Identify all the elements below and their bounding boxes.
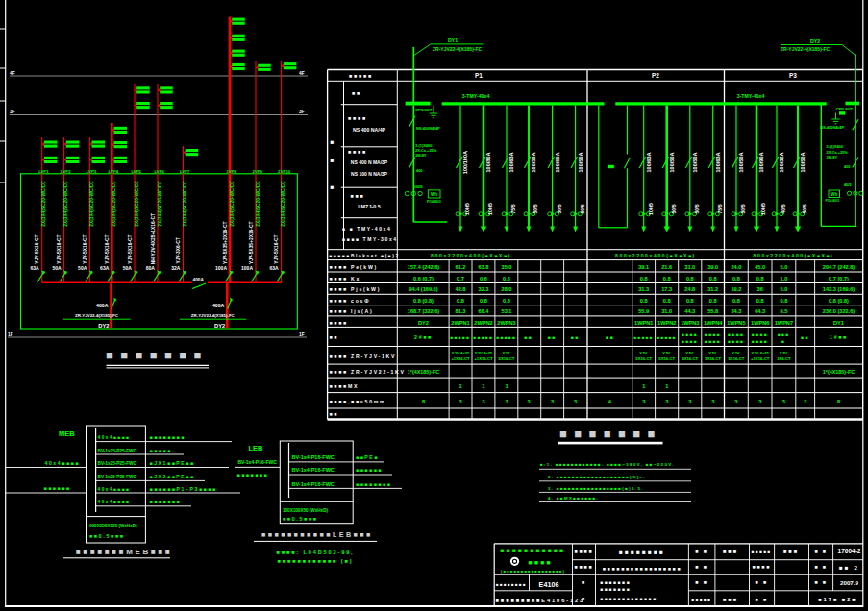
svg-text:40/5: 40/5 <box>844 183 852 187</box>
svg-text:0.6: 0.6 <box>503 276 510 281</box>
svg-text:■■■■: ■■■■ <box>705 339 721 344</box>
svg-text:■■■■■■■MEB■■■: ■■■■■■■MEB■■■ <box>76 548 172 556</box>
svg-text:BV-1x25-P25-FWC: BV-1x25-P25-FWC <box>98 461 137 466</box>
svg-text:■■■■: ■■■■ <box>330 320 348 326</box>
svg-text:8: 8 <box>837 399 840 404</box>
svg-text:50/5: 50/5 <box>740 204 746 213</box>
svg-text:DY1: DY1 <box>448 37 458 43</box>
svg-text:4: 4 <box>608 399 612 404</box>
svg-text:100/63A: 100/63A <box>508 152 514 172</box>
svg-text:100/50A: 100/50A <box>738 152 744 172</box>
svg-text:3F: 3F <box>10 110 15 114</box>
svg-text:1.0: 1.0 <box>781 276 788 281</box>
svg-text:LVP3: LVP3 <box>87 169 97 174</box>
svg-text:■■■■ Pjs(kW): ■■■■ Pjs(kW) <box>330 286 382 292</box>
svg-text:400A: 400A <box>96 303 109 308</box>
svg-text:E4106: E4106 <box>539 580 559 589</box>
svg-text:LEB: LEB <box>249 444 264 452</box>
svg-text:■■■■ cosΦ: ■■■■ cosΦ <box>330 298 371 304</box>
svg-text:YJV-5X16-CT: YJV-5X16-CT <box>105 234 110 263</box>
svg-text:31.2: 31.2 <box>707 286 718 292</box>
svg-text:0.6: 0.6 <box>480 276 487 281</box>
svg-text:31.0: 31.0 <box>661 308 672 314</box>
svg-text:5.0: 5.0 <box>781 286 788 292</box>
svg-text:100/5: 100/5 <box>760 203 766 215</box>
svg-text:■■■■■: ■■■■■ <box>691 598 711 602</box>
svg-text:■: ■ <box>582 579 586 585</box>
svg-text:YJV-5X16-CT: YJV-5X16-CT <box>35 234 39 263</box>
svg-text:LVP7: LVP7 <box>180 169 190 174</box>
svg-text:LVP1: LVP1 <box>38 169 49 174</box>
svg-text:2007.9: 2007.9 <box>840 579 858 586</box>
svg-text:40x4■■■■: 40x4■■■■ <box>98 435 131 440</box>
svg-text:■■■: ■■■ <box>723 597 738 602</box>
svg-text:2X(3X4)SC20-WC/CC: 2X(3X4)SC20-WC/CC <box>89 181 94 227</box>
svg-text:+1X16-CT: +1X16-CT <box>474 356 493 361</box>
svg-text:■■■■■■■: ■■■■■■■ <box>106 348 209 362</box>
svg-text:40/5: 40/5 <box>781 204 786 213</box>
svg-text:■ ■: ■ ■ <box>695 549 707 554</box>
svg-text:1WPN1: 1WPN1 <box>634 320 653 326</box>
svg-text:44.3: 44.3 <box>684 308 695 314</box>
svg-text:19.2: 19.2 <box>731 286 741 292</box>
svg-text:2. ■■■■■■■■■■■■■■■■■■■[C]e.: 2. ■■■■■■■■■■■■■■■■■■■[C]e. <box>548 475 646 479</box>
svg-text:DY1: DY1 <box>833 320 844 326</box>
svg-text:■■■■MX: ■■■■MX <box>330 383 360 389</box>
svg-text:YJV-5X16-CT: YJV-5X16-CT <box>274 234 279 263</box>
svg-text:63.8: 63.8 <box>479 264 489 270</box>
svg-text:DY2: DY2 <box>810 38 820 44</box>
svg-text:■■PE■: ■■PE■ <box>356 454 379 460</box>
svg-text:42.8: 42.8 <box>456 286 466 292</box>
svg-text:■■■■: ■■■■ <box>682 339 698 344</box>
svg-text:■■■■■: ■■■■■ <box>450 335 470 340</box>
svg-text:3: 3 <box>459 399 461 404</box>
svg-text:0.8: 0.8 <box>756 298 764 304</box>
svg-text:1WPN6: 1WPN6 <box>751 320 769 326</box>
svg-text:BV-1x25-P25-FWC: BV-1x25-P25-FWC <box>98 449 137 453</box>
svg-text:3: 3 <box>482 399 484 404</box>
svg-text:28.0: 28.0 <box>502 286 512 292</box>
svg-text:■ ■: ■ ■ <box>695 579 707 585</box>
svg-text:0.8: 0.8 <box>709 298 717 304</box>
svg-text:40x4■■■■: 40x4■■■■ <box>45 460 80 466</box>
svg-text:■■■: ■■■ <box>778 332 790 337</box>
svg-text:■■: ■■ <box>606 334 614 340</box>
svg-text:600X350X120 (WxHxD): 600X350X120 (WxHxD) <box>89 524 137 528</box>
svg-text:1VP8: 1VP8 <box>227 169 237 174</box>
svg-text:LVP2: LVP2 <box>61 169 71 174</box>
svg-text:100X100X50 (WxHxD): 100X100X50 (WxHxD) <box>283 508 328 513</box>
svg-text:168.7 (322.6): 168.7 (322.6) <box>408 308 439 314</box>
svg-text:2X(3X4)SC20-WC/CC: 2X(3X4)SC20-WC/CC <box>41 181 46 227</box>
svg-text:236.0 (322.6): 236.0 (322.6) <box>823 308 855 314</box>
svg-text:17604-2: 17604-2 <box>838 548 861 554</box>
svg-text:■■■■■: ■■■■■ <box>496 335 516 340</box>
svg-text:64.3: 64.3 <box>755 308 765 314</box>
svg-text:9.5: 9.5 <box>781 308 788 314</box>
svg-text:PO4-80/3: PO4-80/3 <box>825 199 839 203</box>
svg-text:100/50A: 100/50A <box>555 152 560 172</box>
svg-text:100/50A: 100/50A <box>531 152 536 172</box>
svg-text:2WPN2: 2WPN2 <box>474 320 492 326</box>
svg-text:NH-YJV-4X25+1X16-CT: NH-YJV-4X25+1X16-CT <box>151 213 156 264</box>
svg-text:50/5: 50/5 <box>802 204 807 213</box>
svg-text:53.1: 53.1 <box>502 308 512 314</box>
svg-text:3: 3 <box>711 399 714 404</box>
svg-text:■■■■: ■■■■ <box>682 332 698 337</box>
svg-text:■■■■■■■■■■■LEB■■■: ■■■■■■■■■■■LEB■■■ <box>261 530 373 539</box>
svg-text:NS 100 N NA/3P: NS 100 N NA/3P <box>351 171 387 177</box>
svg-text:0.8: 0.8 <box>503 298 510 304</box>
svg-text:BV-1x4-P16-FWC: BV-1x4-P16-FWC <box>238 459 278 465</box>
svg-text:1*(4X185)-FC: 1*(4X185)-FC <box>823 369 855 375</box>
svg-text:LVP6: LVP6 <box>155 169 165 174</box>
svg-text:1WPN2: 1WPN2 <box>657 320 676 326</box>
svg-text:81.3: 81.3 <box>456 308 466 314</box>
svg-text:2X(3X4)SC20-WC/CC: 2X(3X4)SC20-WC/CC <box>183 181 187 227</box>
svg-text:■■■■■■■■■E4106-123: ■■■■■■■■■E4106-123 <box>496 598 585 603</box>
svg-text:P1: P1 <box>475 72 483 79</box>
svg-text:■■■■■■P1~P3■■■■: ■■■■■■P1~P3■■■■ <box>150 486 217 492</box>
svg-text:CPN-80/T: CPN-80/T <box>415 108 433 112</box>
svg-text:■■■■: ■■■■ <box>574 564 593 570</box>
svg-text:5X16-CT: 5X16-CT <box>499 356 515 361</box>
svg-text:1*(4X185)-FC: 1*(4X185)-FC <box>408 369 439 375</box>
svg-text:4. ■■MX■■■■■■.: 4. ■■MX■■■■■■. <box>548 496 599 501</box>
